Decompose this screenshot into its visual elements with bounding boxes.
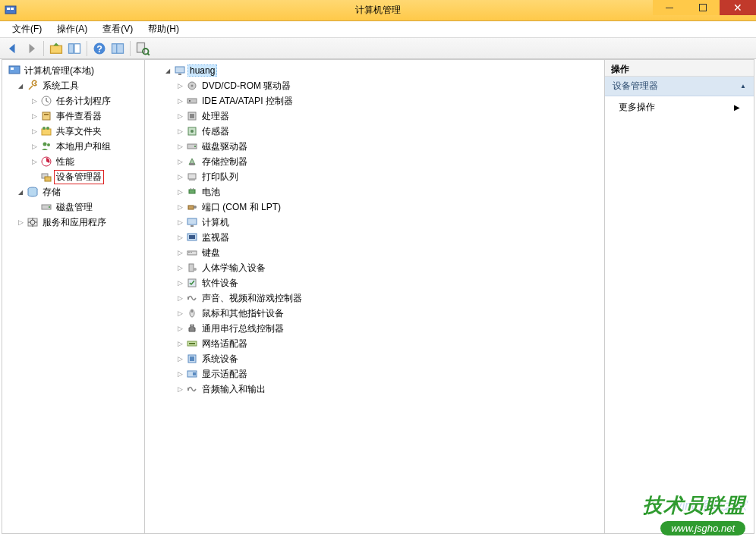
expand-icon[interactable] <box>163 68 172 74</box>
tree-storage[interactable]: 存储 <box>4 184 143 199</box>
device-category-row[interactable]: 音频输入和输出 <box>146 382 603 397</box>
actions-header: 操作 <box>605 60 754 77</box>
close-button[interactable]: ✕ <box>720 0 756 15</box>
device-category-row[interactable]: IDE ATA/ATAPI 控制器 <box>146 93 603 108</box>
device-category-row[interactable]: 磁盘驱动器 <box>146 139 603 154</box>
device-category-row[interactable]: 处理器 <box>146 108 603 124</box>
category-label: 声音、视频和游戏控制器 <box>200 291 304 306</box>
tree-task-scheduler[interactable]: 任务计划程序 <box>4 93 143 108</box>
tree-local-users[interactable]: 本地用户和组 <box>4 139 143 154</box>
expand-icon[interactable] <box>175 203 184 211</box>
tree-root[interactable]: 计算机管理(本地) <box>4 63 143 78</box>
watermark-brand: 技术员联盟 <box>643 492 745 519</box>
category-label: 存储控制器 <box>200 155 250 169</box>
tree-performance[interactable]: 性能 <box>4 154 143 169</box>
expand-icon[interactable] <box>175 279 184 287</box>
center-tree-pane: huang DVD/CD-ROM 驱动器IDE ATA/ATAPI 控制器处理器… <box>145 60 605 533</box>
expand-icon[interactable] <box>175 264 184 272</box>
svg-point-20 <box>46 127 49 130</box>
services-label: 服务和应用程序 <box>40 215 109 230</box>
menubar: 文件(F) 操作(A) 查看(V) 帮助(H) <box>0 21 756 38</box>
tree-disk-mgmt[interactable]: 磁盘管理 <box>4 199 143 215</box>
svg-rect-14 <box>11 68 14 70</box>
expand-icon[interactable] <box>175 294 184 302</box>
expand-icon[interactable] <box>175 234 184 241</box>
tree-event-viewer[interactable]: 事件查看器 <box>4 108 143 124</box>
svg-point-19 <box>43 127 46 130</box>
tree-shared-folders[interactable]: 共享文件夹 <box>4 124 143 139</box>
expand-icon[interactable] <box>175 325 184 332</box>
shared-icon <box>40 125 52 137</box>
minimize-button[interactable] <box>653 0 686 15</box>
expand-icon[interactable] <box>30 112 39 120</box>
device-category-row[interactable]: 打印队列 <box>146 169 603 184</box>
menu-action[interactable]: 操作(A) <box>51 21 93 37</box>
back-button[interactable] <box>5 40 21 57</box>
device-category-row[interactable]: 计算机 <box>146 215 603 230</box>
device-category-row[interactable]: 声音、视频和游戏控制器 <box>146 290 603 306</box>
actions-section[interactable]: 设备管理器 ▲ <box>605 77 754 96</box>
maximize-button[interactable] <box>686 0 720 15</box>
device-category-row[interactable]: 电池 <box>146 184 603 199</box>
device-category-row[interactable]: 键盘 <box>146 245 603 260</box>
expand-icon[interactable] <box>16 83 25 90</box>
expand-icon[interactable] <box>30 158 39 165</box>
expand-icon[interactable] <box>175 82 184 90</box>
expand-icon[interactable] <box>175 112 184 120</box>
scan-button[interactable] <box>134 40 151 57</box>
expand-icon[interactable] <box>175 173 184 181</box>
device-category-row[interactable]: DVD/CD-ROM 驱动器 <box>146 78 603 93</box>
expand-icon[interactable] <box>16 189 25 196</box>
expand-icon[interactable] <box>175 127 184 135</box>
expand-icon[interactable] <box>175 370 184 378</box>
category-icon <box>186 95 198 107</box>
tree-device-manager[interactable]: 设备管理器 <box>4 169 143 184</box>
expand-icon[interactable] <box>175 355 184 363</box>
menu-view[interactable]: 查看(V) <box>96 21 139 37</box>
expand-icon[interactable] <box>175 309 184 317</box>
up-button[interactable] <box>48 40 65 57</box>
expand-icon[interactable] <box>175 188 184 196</box>
svg-point-50 <box>194 206 197 209</box>
svg-rect-49 <box>188 206 194 209</box>
shared-folders-label: 共享文件夹 <box>54 124 104 139</box>
expand-icon[interactable] <box>30 97 39 105</box>
expand-icon[interactable] <box>175 143 184 150</box>
forward-button[interactable] <box>23 40 39 57</box>
view-toggle-button[interactable] <box>109 40 126 57</box>
expand-icon[interactable] <box>175 97 184 105</box>
device-category-row[interactable]: 软件设备 <box>146 275 603 290</box>
svg-rect-48 <box>193 188 194 190</box>
device-category-row[interactable]: 监视器 <box>146 230 603 245</box>
device-category-row[interactable]: 传感器 <box>146 124 603 139</box>
storage-label: 存储 <box>40 185 63 199</box>
device-category-row[interactable]: 鼠标和其他指针设备 <box>146 306 603 321</box>
show-hide-button[interactable] <box>66 40 83 57</box>
device-category-row[interactable]: 网络适配器 <box>146 336 603 351</box>
device-category-row[interactable]: 人体学输入设备 <box>146 260 603 275</box>
tree-services[interactable]: 服务和应用程序 <box>4 215 143 230</box>
device-category-row[interactable]: 端口 (COM 和 LPT) <box>146 199 603 215</box>
menu-file[interactable]: 文件(F) <box>6 21 48 37</box>
device-category-row[interactable]: 存储控制器 <box>146 154 603 169</box>
expand-icon[interactable] <box>175 385 184 393</box>
expand-icon[interactable] <box>30 127 39 135</box>
toolbar: ? <box>0 38 756 59</box>
expand-icon[interactable] <box>16 218 25 226</box>
svg-rect-56 <box>188 252 190 253</box>
expand-icon[interactable] <box>30 143 39 150</box>
actions-more[interactable]: 更多操作 ▶ <box>605 96 754 118</box>
computer-icon <box>174 64 186 77</box>
help-button[interactable]: ? <box>91 40 108 57</box>
device-category-row[interactable]: 通用串行总线控制器 <box>146 321 603 336</box>
expand-icon[interactable] <box>175 249 184 256</box>
expand-icon[interactable] <box>175 340 184 347</box>
device-category-row[interactable]: 系统设备 <box>146 351 603 366</box>
menu-help[interactable]: 帮助(H) <box>142 21 185 37</box>
expand-icon[interactable] <box>175 218 184 226</box>
tree-system-tools[interactable]: 系统工具 <box>4 78 143 93</box>
category-label: 传感器 <box>200 124 232 139</box>
tree-computer-root[interactable]: huang <box>146 63 603 78</box>
device-category-row[interactable]: 显示适配器 <box>146 366 603 382</box>
expand-icon[interactable] <box>175 158 184 165</box>
